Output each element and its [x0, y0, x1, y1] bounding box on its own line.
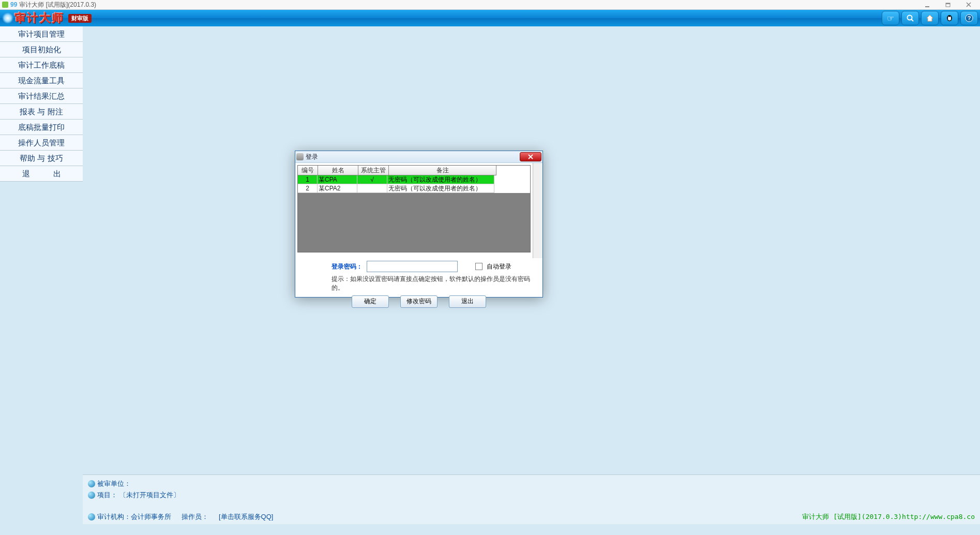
col-header-index[interactable]: 编号	[298, 166, 318, 175]
sidebar-item-workpapers[interactable]: 审计工作底稿	[0, 57, 83, 73]
pointer-icon[interactable]: ☞	[882, 11, 899, 25]
sidebar-item-project-init[interactable]: 项目初始化	[0, 42, 83, 57]
cell-name: 某CPA	[318, 175, 357, 184]
table-row[interactable]: 2 某CPA2 无密码（可以改成使用者的姓名）	[298, 184, 530, 193]
change-password-button[interactable]: 修改密码	[400, 295, 438, 308]
cell-name: 某CPA2	[318, 184, 357, 193]
help-icon[interactable]: ?	[960, 11, 978, 25]
svg-rect-0	[925, 6, 929, 7]
sidebar-item-exit[interactable]: 退 出	[0, 166, 83, 182]
footer-line-2: 项目： 〔未打开项目文件〕	[88, 489, 975, 501]
project-label: 项目：	[97, 491, 117, 500]
cell-note: 无密码（可以改成使用者的姓名）	[387, 175, 494, 184]
password-hint: 提示：如果没设置密码请直接点确定按钮，软件默认的操作员是没有密码的。	[331, 275, 537, 292]
sidebar-item-project-mgmt[interactable]: 审计项目管理	[0, 26, 83, 42]
minimize-button[interactable]	[918, 0, 937, 9]
password-input[interactable]	[367, 261, 458, 272]
org-value: 会计师事务所	[131, 512, 171, 522]
sidebar-item-results[interactable]: 审计结果汇总	[0, 88, 83, 104]
key-icon	[296, 153, 304, 160]
audited-entity-label: 被审单位：	[97, 479, 131, 488]
ok-button[interactable]: 确定	[352, 295, 389, 308]
exit-button[interactable]: 退出	[449, 295, 486, 308]
svg-point-7	[948, 17, 949, 18]
home-icon[interactable]	[921, 11, 939, 25]
cell-index: 1	[298, 175, 318, 184]
auto-login-checkbox[interactable]	[475, 263, 483, 270]
project-value: 〔未打开项目文件〕	[119, 491, 180, 500]
table-header: 编号 姓名 系统主管 备注	[298, 166, 530, 175]
password-label: 登录密码：	[331, 262, 363, 271]
sidebar-item-cashflow[interactable]: 现金流量工具	[0, 73, 83, 88]
cell-admin: √	[357, 175, 387, 184]
globe-icon	[88, 492, 95, 499]
globe-icon	[88, 513, 95, 521]
version-link[interactable]: 审计大师 [试用版](2017.0.3)http://www.cpa8.co	[802, 512, 975, 522]
svg-rect-2	[946, 3, 950, 4]
sidebar: 审计项目管理 项目初始化 审计工作底稿 现金流量工具 审计结果汇总 报表 与 附…	[0, 26, 83, 182]
window-close-button[interactable]	[959, 0, 978, 9]
svg-point-8	[950, 17, 951, 18]
svg-text:?: ?	[968, 15, 971, 21]
footer-line-1: 被审单位：	[88, 478, 975, 489]
cell-admin	[357, 184, 387, 193]
auto-login-label: 自动登录	[487, 262, 511, 271]
globe-icon	[88, 480, 95, 487]
sidebar-item-reports[interactable]: 报表 与 附注	[0, 104, 83, 120]
footer-bottom: 审计机构： 会计师事务所 操作员： [单击联系服务QQ] 审计大师 [试用版](…	[88, 512, 975, 522]
cell-note: 无密码（可以改成使用者的姓名）	[387, 184, 494, 193]
search-icon[interactable]	[901, 11, 919, 25]
sparkle-icon	[2, 12, 13, 24]
org-label: 审计机构：	[97, 512, 131, 522]
sidebar-item-batch-print[interactable]: 底稿批量打印	[0, 120, 83, 135]
table-body: 1 某CPA √ 无密码（可以改成使用者的姓名） 2 某CPA2 无密码（可以改…	[298, 175, 530, 252]
contact-qq-link[interactable]: [单击联系服务QQ]	[219, 512, 273, 522]
sidebar-item-user-mgmt[interactable]: 操作人员管理	[0, 135, 83, 151]
app-icon	[2, 2, 8, 8]
edition-badge: 财审版	[68, 14, 92, 23]
sidebar-item-help[interactable]: 帮助 与 技巧	[0, 151, 83, 166]
window-titlebar: 99 审计大师 [试用版](2017.0.3)	[0, 0, 980, 10]
restore-button[interactable]	[939, 0, 957, 9]
qq-icon[interactable]	[941, 11, 958, 25]
table-scrollbar[interactable]	[533, 163, 542, 258]
window-title-text: 审计大师 [试用版](2017.0.3)	[19, 0, 96, 9]
col-header-note[interactable]: 备注	[389, 166, 496, 175]
dialog-close-button[interactable]	[520, 152, 541, 161]
dialog-titlebar[interactable]: 登录	[295, 151, 542, 163]
dialog-title-text: 登录	[306, 153, 318, 161]
app-banner: 审计大师 财审版 ☞ ?	[0, 10, 980, 26]
svg-point-3	[908, 16, 912, 20]
dialog-controls: 登录密码： 自动登录 提示：如果没设置密码请直接点确定按钮，软件默认的操作员是没…	[295, 258, 542, 311]
col-header-admin[interactable]: 系统主管	[358, 166, 389, 175]
footer-panel: 被审单位： 项目： 〔未打开项目文件〕 审计机构： 会计师事务所 操作员： [单…	[83, 474, 980, 524]
operator-label: 操作员：	[182, 512, 208, 522]
cell-index: 2	[298, 184, 318, 193]
col-header-name[interactable]: 姓名	[318, 166, 358, 175]
svg-line-4	[912, 20, 914, 22]
app-name: 审计大师	[14, 10, 64, 26]
title-prefix: 99	[10, 0, 17, 9]
client-area: 审计项目管理 项目初始化 审计工作底稿 现金流量工具 审计结果汇总 报表 与 附…	[0, 26, 980, 524]
table-row[interactable]: 1 某CPA √ 无密码（可以改成使用者的姓名）	[298, 175, 530, 184]
login-dialog: 登录 编号 姓名 系统主管 备注 1 某C	[295, 151, 543, 298]
users-table: 编号 姓名 系统主管 备注 1 某CPA √ 无密码（可以改成使用者的姓名）	[297, 165, 531, 252]
